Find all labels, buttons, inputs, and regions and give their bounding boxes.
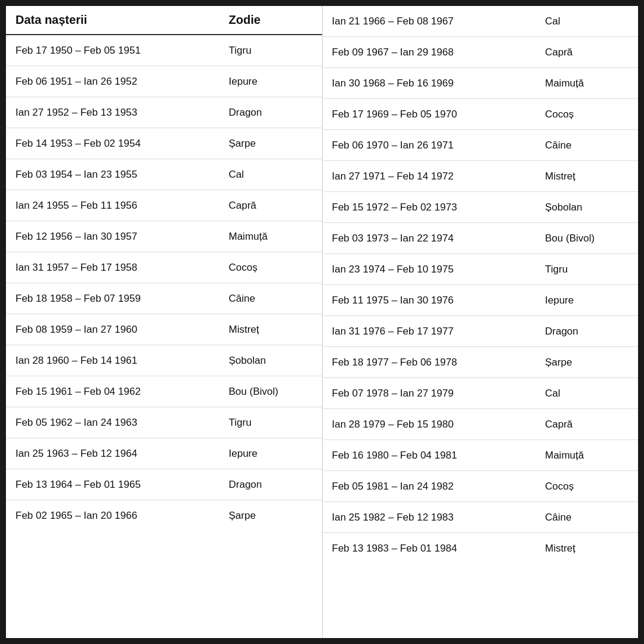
- row-zodiac: Dragon: [229, 107, 312, 119]
- row-date: Ian 28 1960 – Feb 14 1961: [16, 355, 229, 367]
- table-row: Feb 06 1951 – Ian 26 1952 Iepure: [6, 66, 322, 97]
- table-row: Feb 08 1959 – Ian 27 1960 Mistreț: [6, 314, 322, 345]
- table-row: Feb 17 1969 – Feb 05 1970 Cocoș: [323, 99, 639, 130]
- row-zodiac: Câine: [545, 140, 628, 151]
- row-date: Feb 15 1961 – Feb 04 1962: [16, 386, 229, 398]
- row-date: Ian 28 1979 – Feb 15 1980: [332, 419, 546, 431]
- row-zodiac: Mistreț: [229, 324, 312, 336]
- table-row: Feb 17 1950 – Feb 05 1951 Tigru: [6, 35, 322, 66]
- row-date: Ian 23 1974 – Feb 10 1975: [332, 264, 546, 275]
- row-zodiac: Cal: [545, 388, 628, 400]
- row-zodiac: Iepure: [229, 448, 312, 460]
- row-date: Feb 03 1973 – Ian 22 1974: [332, 233, 546, 244]
- row-date: Ian 31 1976 – Feb 17 1977: [332, 326, 546, 338]
- row-date: Feb 16 1980 – Feb 04 1981: [332, 450, 546, 462]
- row-zodiac: Cal: [229, 169, 312, 181]
- table-row: Feb 13 1983 – Feb 01 1984 Mistreț: [323, 533, 639, 564]
- row-date: Ian 27 1971 – Feb 14 1972: [332, 171, 546, 182]
- right-column: Ian 21 1966 – Feb 08 1967 Cal Feb 09 196…: [323, 6, 639, 638]
- table-row: Feb 12 1956 – Ian 30 1957 Maimuță: [6, 221, 322, 252]
- row-date: Feb 18 1958 – Feb 07 1959: [16, 293, 229, 305]
- row-zodiac: Tigru: [229, 417, 312, 429]
- table-row: Feb 11 1975 – Ian 30 1976 Iepure: [323, 285, 639, 316]
- table-row: Feb 03 1954 – Ian 23 1955 Cal: [6, 159, 322, 190]
- row-date: Feb 02 1965 – Ian 20 1966: [16, 510, 229, 522]
- row-zodiac: Iepure: [545, 295, 628, 306]
- row-zodiac: Maimuță: [545, 78, 628, 89]
- row-zodiac: Dragon: [545, 326, 628, 338]
- zodiac-header-left: Zodie: [229, 13, 312, 27]
- row-zodiac: Tigru: [545, 264, 628, 275]
- main-container: Data nașterii Zodie Feb 17 1950 – Feb 05…: [6, 6, 638, 638]
- row-date: Ian 31 1957 – Feb 17 1958: [16, 262, 229, 274]
- row-zodiac: Bou (Bivol): [545, 233, 628, 244]
- row-zodiac: Mistreț: [545, 171, 628, 182]
- table-row: Ian 21 1966 – Feb 08 1967 Cal: [323, 6, 639, 37]
- row-zodiac: Mistreț: [545, 543, 628, 555]
- table-row: Feb 02 1965 – Ian 20 1966 Șarpe: [6, 500, 322, 531]
- row-zodiac: Șobolan: [545, 202, 628, 213]
- row-date: Ian 25 1982 – Feb 12 1983: [332, 512, 546, 524]
- table-row: Feb 14 1953 – Feb 02 1954 Șarpe: [6, 128, 322, 159]
- row-date: Ian 27 1952 – Feb 13 1953: [16, 107, 229, 119]
- left-column: Data nașterii Zodie Feb 17 1950 – Feb 05…: [6, 6, 323, 638]
- row-date: Feb 06 1970 – Ian 26 1971: [332, 140, 546, 151]
- table-row: Ian 25 1982 – Feb 12 1983 Câine: [323, 502, 639, 533]
- row-zodiac: Cocoș: [545, 109, 628, 120]
- row-zodiac: Iepure: [229, 76, 312, 88]
- row-zodiac: Șobolan: [229, 355, 312, 367]
- row-date: Feb 09 1967 – Ian 29 1968: [332, 47, 546, 58]
- table-row: Ian 31 1957 – Feb 17 1958 Cocoș: [6, 252, 322, 283]
- row-date: Feb 05 1981 – Ian 24 1982: [332, 481, 546, 493]
- row-date: Feb 13 1983 – Feb 01 1984: [332, 543, 546, 555]
- row-zodiac: Maimuță: [229, 231, 312, 243]
- table-row: Ian 27 1971 – Feb 14 1972 Mistreț: [323, 161, 639, 192]
- row-date: Feb 12 1956 – Ian 30 1957: [16, 231, 229, 243]
- row-zodiac: Bou (Bivol): [229, 386, 312, 398]
- row-zodiac: Cocoș: [545, 481, 628, 493]
- row-date: Feb 13 1964 – Feb 01 1965: [16, 479, 229, 491]
- row-date: Feb 18 1977 – Feb 06 1978: [332, 357, 546, 369]
- row-zodiac: Capră: [545, 419, 628, 431]
- table-row: Ian 23 1974 – Feb 10 1975 Tigru: [323, 254, 639, 285]
- table-row: Feb 18 1977 – Feb 06 1978 Șarpe: [323, 347, 639, 378]
- row-date: Feb 03 1954 – Ian 23 1955: [16, 169, 229, 181]
- table-row: Ian 24 1955 – Feb 11 1956 Capră: [6, 190, 322, 221]
- table-row: Feb 16 1980 – Feb 04 1981 Maimuță: [323, 440, 639, 471]
- row-zodiac: Câine: [229, 293, 312, 305]
- right-rows: Ian 21 1966 – Feb 08 1967 Cal Feb 09 196…: [323, 6, 639, 564]
- table-row: Feb 05 1981 – Ian 24 1982 Cocoș: [323, 471, 639, 502]
- table-row: Ian 28 1979 – Feb 15 1980 Capră: [323, 409, 639, 440]
- row-zodiac: Dragon: [229, 479, 312, 491]
- table-row: Feb 18 1958 – Feb 07 1959 Câine: [6, 283, 322, 314]
- row-zodiac: Șarpe: [229, 138, 312, 150]
- row-date: Feb 06 1951 – Ian 26 1952: [16, 76, 229, 88]
- row-zodiac: Cocoș: [229, 262, 312, 274]
- row-zodiac: Câine: [545, 512, 628, 524]
- table-row: Ian 27 1952 – Feb 13 1953 Dragon: [6, 97, 322, 128]
- date-header-left: Data nașterii: [16, 13, 229, 27]
- row-zodiac: Cal: [545, 16, 628, 27]
- row-zodiac: Capră: [545, 47, 628, 58]
- table-row: Feb 15 1972 – Feb 02 1973 Șobolan: [323, 192, 639, 223]
- table-row: Feb 06 1970 – Ian 26 1971 Câine: [323, 130, 639, 161]
- row-date: Ian 30 1968 – Feb 16 1969: [332, 78, 546, 89]
- row-zodiac: Capră: [229, 200, 312, 212]
- left-rows: Feb 17 1950 – Feb 05 1951 Tigru Feb 06 1…: [6, 35, 322, 531]
- row-date: Ian 25 1963 – Feb 12 1964: [16, 448, 229, 460]
- row-date: Feb 11 1975 – Ian 30 1976: [332, 295, 546, 306]
- row-date: Feb 07 1978 – Ian 27 1979: [332, 388, 546, 400]
- table-row: Ian 25 1963 – Feb 12 1964 Iepure: [6, 438, 322, 469]
- table-row: Ian 28 1960 – Feb 14 1961 Șobolan: [6, 345, 322, 376]
- row-date: Feb 08 1959 – Ian 27 1960: [16, 324, 229, 336]
- table-row: Feb 05 1962 – Ian 24 1963 Tigru: [6, 407, 322, 438]
- table-row: Feb 09 1967 – Ian 29 1968 Capră: [323, 37, 639, 68]
- row-date: Ian 21 1966 – Feb 08 1967: [332, 16, 546, 27]
- table-row: Feb 13 1964 – Feb 01 1965 Dragon: [6, 469, 322, 500]
- row-zodiac: Tigru: [229, 45, 312, 57]
- row-zodiac: Maimuță: [545, 450, 628, 462]
- row-date: Ian 24 1955 – Feb 11 1956: [16, 200, 229, 212]
- row-date: Feb 14 1953 – Feb 02 1954: [16, 138, 229, 150]
- table-row: Feb 03 1973 – Ian 22 1974 Bou (Bivol): [323, 223, 639, 254]
- row-zodiac: Șarpe: [229, 510, 312, 522]
